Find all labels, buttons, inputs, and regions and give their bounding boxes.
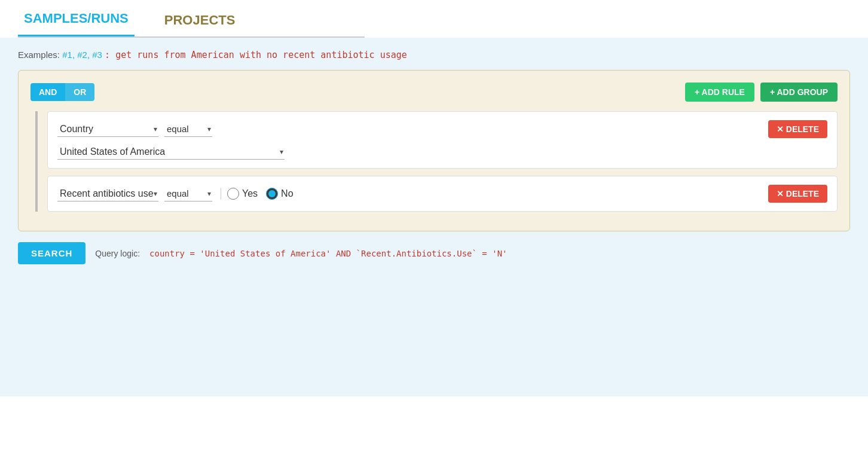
- radio-yes-label[interactable]: Yes: [227, 188, 258, 200]
- tab-projects[interactable]: PROJECTS: [158, 13, 242, 36]
- rule-top: Country Recent antibiotics use Age Sex B…: [57, 185, 827, 203]
- search-bar: SEARCH Query logic: country = 'United St…: [18, 242, 850, 264]
- query-logic-label: Query logic:: [95, 249, 140, 258]
- rule-top: Country Recent antibiotics use Age Sex B…: [57, 120, 827, 138]
- examples-bar: Examples: #1, #2, #3 : get runs from Ame…: [18, 50, 850, 60]
- field-select-wrapper: Country Recent antibiotics use Age Sex B…: [57, 121, 158, 137]
- query-builder: AND OR + ADD RULE + ADD GROUP Country Re…: [18, 70, 850, 231]
- add-group-button[interactable]: + ADD GROUP: [760, 83, 838, 102]
- and-or-buttons: AND OR: [30, 83, 94, 101]
- operator-select-wrapper: equal not equal contains is null is not …: [164, 121, 212, 137]
- field-select-country[interactable]: Country Recent antibiotics use Age Sex B…: [57, 121, 158, 137]
- rule-selects: Country Recent antibiotics use Age Sex B…: [57, 186, 294, 201]
- rules-container: Country Recent antibiotics use Age Sex B…: [35, 111, 838, 212]
- country-value-select[interactable]: United States of America Canada Mexico F…: [57, 144, 285, 160]
- main-content: Examples: #1, #2, #3 : get runs from Ame…: [0, 38, 868, 396]
- radio-no-label[interactable]: No: [266, 188, 293, 200]
- rule-row: Country Recent antibiotics use Age Sex B…: [47, 111, 838, 169]
- operator-select-antibiotics[interactable]: equal not equal: [164, 186, 212, 201]
- delete-rule-2-button[interactable]: ✕ DELETE: [768, 185, 827, 203]
- add-rule-button[interactable]: + ADD RULE: [685, 83, 754, 102]
- and-button[interactable]: AND: [30, 83, 65, 101]
- rule-value-country: United States of America Canada Mexico F…: [57, 144, 827, 160]
- search-button[interactable]: SEARCH: [18, 242, 85, 264]
- field-select-wrapper-2: Country Recent antibiotics use Age Sex B…: [57, 186, 158, 201]
- qb-top-row: AND OR + ADD RULE + ADD GROUP: [30, 83, 838, 102]
- or-button[interactable]: OR: [65, 83, 94, 101]
- radio-yes[interactable]: [227, 188, 239, 200]
- radio-no-text: No: [281, 188, 293, 199]
- radio-group-antibiotics: Yes No: [221, 188, 294, 200]
- delete-rule-1-button[interactable]: ✕ DELETE: [768, 120, 827, 138]
- tab-samples-runs[interactable]: SAMPLES/RUNS: [18, 11, 135, 36]
- examples-links[interactable]: #1, #2, #3: [62, 50, 102, 60]
- add-buttons: + ADD RULE + ADD GROUP: [685, 83, 838, 102]
- examples-label: Examples:: [18, 50, 60, 60]
- radio-yes-text: Yes: [242, 188, 258, 199]
- rule-selects: Country Recent antibiotics use Age Sex B…: [57, 121, 212, 137]
- tabs-container: SAMPLES/RUNS PROJECTS: [0, 0, 868, 38]
- radio-no[interactable]: [266, 188, 278, 200]
- query-logic-code: country = 'United States of America' AND…: [149, 249, 507, 258]
- operator-select-wrapper-2: equal not equal: [164, 186, 212, 201]
- rule-row: Country Recent antibiotics use Age Sex B…: [47, 176, 838, 212]
- country-value-select-wrapper: United States of America Canada Mexico F…: [57, 144, 285, 160]
- operator-select-country[interactable]: equal not equal contains is null is not …: [164, 121, 212, 137]
- field-select-antibiotics[interactable]: Country Recent antibiotics use Age Sex B…: [57, 186, 158, 201]
- examples-description: : get runs from American with no recent …: [105, 50, 407, 60]
